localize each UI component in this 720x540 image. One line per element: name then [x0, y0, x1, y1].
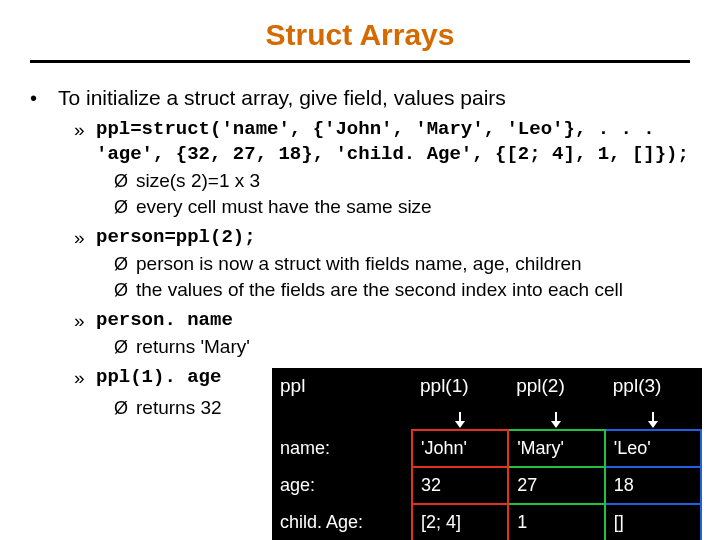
header-main: ppl — [272, 368, 412, 404]
code-line: person. name — [96, 308, 233, 333]
sub-text: size(s 2)=1 x 3 — [136, 169, 260, 193]
raquo-bullet-icon: » — [74, 225, 96, 250]
cell: 27 — [508, 467, 605, 504]
table-row: age: 32 27 18 — [272, 467, 701, 504]
sub-bullet: Ø size(s 2)=1 x 3 — [114, 169, 690, 193]
header-col: ppl(3) — [605, 368, 701, 404]
bullet-level0: • To initialize a struct array, give fie… — [30, 85, 690, 111]
sub-bullet: Ø the values of the fields are the secon… — [114, 278, 690, 302]
sub-bullet: Ø returns 'Mary' — [114, 335, 690, 359]
tri-bullet-icon: Ø — [114, 278, 136, 302]
slide-title: Struct Arrays — [30, 18, 690, 60]
tri-bullet-icon: Ø — [114, 396, 136, 420]
table-header-row: ppl ppl(1) ppl(2) ppl(3) — [272, 368, 701, 404]
header-col: ppl(2) — [508, 368, 605, 404]
struct-diagram: ppl ppl(1) ppl(2) ppl(3) name: 'John' 'M… — [272, 368, 702, 540]
intro-text: To initialize a struct array, give field… — [58, 85, 506, 111]
row-label: name: — [272, 430, 412, 467]
row-label: child. Age: — [272, 504, 412, 540]
sub-text: returns 'Mary' — [136, 335, 250, 359]
down-arrow-icon — [555, 412, 557, 422]
sub-bullet: Ø person is now a struct with fields nam… — [114, 252, 690, 276]
sub-text: person is now a struct with fields name,… — [136, 252, 582, 276]
code-block-3: » person. name — [74, 308, 690, 333]
table-row: child. Age: [2; 4] 1 [] — [272, 504, 701, 540]
down-arrow-icon — [459, 412, 461, 422]
struct-table: ppl ppl(1) ppl(2) ppl(3) name: 'John' 'M… — [272, 368, 702, 540]
cell: [2; 4] — [412, 504, 508, 540]
header-col: ppl(1) — [412, 368, 508, 404]
code-line: person=ppl(2); — [96, 225, 256, 250]
sub-text: the values of the fields are the second … — [136, 278, 623, 302]
tri-bullet-icon: Ø — [114, 335, 136, 359]
code-line: 'age', {32, 27, 18}, 'child. Age', {[2; … — [96, 142, 689, 167]
raquo-bullet-icon: » — [74, 117, 96, 142]
sub-text: returns 32 — [136, 396, 222, 420]
raquo-bullet-icon: » — [74, 308, 96, 333]
raquo-bullet-icon: » — [74, 365, 96, 390]
tri-bullet-icon: Ø — [114, 252, 136, 276]
cell: 18 — [605, 467, 701, 504]
cell: 'Leo' — [605, 430, 701, 467]
code-block-1: » ppl=struct('name', {'John', 'Mary', 'L… — [74, 117, 690, 167]
cell: 32 — [412, 467, 508, 504]
down-arrow-icon — [652, 412, 654, 422]
sub-bullet: Ø every cell must have the same size — [114, 195, 690, 219]
tri-bullet-icon: Ø — [114, 195, 136, 219]
cell: 'Mary' — [508, 430, 605, 467]
tri-bullet-icon: Ø — [114, 169, 136, 193]
title-rule — [30, 60, 690, 63]
slide: Struct Arrays • To initialize a struct a… — [0, 0, 720, 420]
code-line: ppl(1). age — [96, 365, 221, 390]
sub-text: every cell must have the same size — [136, 195, 432, 219]
cell: [] — [605, 504, 701, 540]
dot-bullet-icon: • — [30, 85, 58, 111]
cell: 'John' — [412, 430, 508, 467]
code-line: ppl=struct('name', {'John', 'Mary', 'Leo… — [96, 117, 689, 142]
row-label: age: — [272, 467, 412, 504]
arrow-row — [272, 404, 701, 430]
table-row: name: 'John' 'Mary' 'Leo' — [272, 430, 701, 467]
code-block-2: » person=ppl(2); — [74, 225, 690, 250]
cell: 1 — [508, 504, 605, 540]
